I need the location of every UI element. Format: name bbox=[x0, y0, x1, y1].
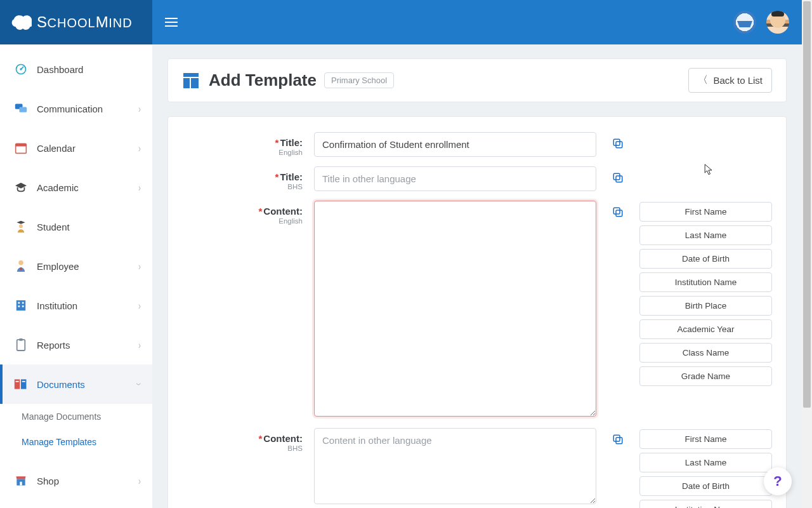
brand-logo[interactable]: SCHOOLMIND bbox=[0, 0, 152, 44]
sidebar: Dashboard Communication › Calendar › bbox=[0, 44, 152, 508]
svg-rect-5 bbox=[16, 144, 27, 146]
sidebar-item-calendar[interactable]: Calendar › bbox=[0, 128, 152, 168]
graduation-cap-icon bbox=[14, 180, 28, 194]
sidebar-item-academic[interactable]: Academic › bbox=[0, 168, 152, 207]
content-bhs-label: Content: bbox=[263, 433, 303, 444]
shop-icon bbox=[14, 474, 28, 488]
placeholder-pill[interactable]: Last Name bbox=[639, 225, 772, 245]
sidebar-item-employee[interactable]: Employee › bbox=[0, 246, 152, 286]
placeholder-pill[interactable]: Grade Name bbox=[639, 366, 772, 386]
chevron-right-icon: › bbox=[138, 102, 141, 115]
sidebar-item-label: Academic bbox=[37, 182, 79, 193]
svg-rect-22 bbox=[183, 73, 199, 77]
clipboard-icon bbox=[14, 338, 28, 352]
svg-rect-18 bbox=[16, 381, 19, 382]
content-en-sublabel: English bbox=[182, 217, 303, 226]
placeholder-pill[interactable]: Class Name bbox=[639, 343, 772, 363]
scope-tag: Primary School bbox=[324, 72, 394, 88]
sidebar-subnav-documents: Manage Documents Manage Templates bbox=[0, 404, 152, 461]
svg-rect-21 bbox=[20, 482, 22, 486]
copy-icon[interactable] bbox=[612, 433, 624, 446]
svg-rect-31 bbox=[616, 438, 622, 444]
svg-rect-25 bbox=[616, 142, 622, 148]
svg-rect-10 bbox=[18, 302, 20, 304]
chevron-right-icon: › bbox=[138, 260, 141, 272]
subnav-manage-documents[interactable]: Manage Documents bbox=[0, 404, 152, 429]
title-en-sublabel: English bbox=[182, 149, 303, 157]
svg-rect-3 bbox=[20, 107, 27, 112]
user-avatar[interactable] bbox=[766, 11, 789, 34]
sidebar-item-communication[interactable]: Communication › bbox=[0, 89, 152, 128]
placeholder-pill[interactable]: Birth Place bbox=[639, 296, 772, 316]
copy-icon[interactable] bbox=[612, 137, 624, 150]
sidebar-item-reports[interactable]: Reports › bbox=[0, 325, 152, 364]
svg-rect-23 bbox=[183, 78, 190, 88]
svg-rect-17 bbox=[21, 379, 26, 389]
svg-rect-14 bbox=[17, 340, 25, 351]
window-scrollbar[interactable] bbox=[802, 0, 812, 508]
title-bhs-label: Title: bbox=[280, 171, 303, 182]
placeholder-pill[interactable]: Date of Birth bbox=[639, 476, 772, 496]
placeholder-pill[interactable]: Last Name bbox=[639, 453, 772, 472]
copy-icon[interactable] bbox=[612, 171, 624, 184]
page-header-card: Add Template Primary School 〈 Back to Li… bbox=[167, 58, 787, 102]
placeholder-pill[interactable]: First Name bbox=[639, 429, 772, 449]
svg-rect-16 bbox=[15, 379, 20, 389]
brand-name: SCHOOLMIND bbox=[37, 13, 133, 31]
placeholder-pill[interactable]: First Name bbox=[639, 202, 772, 222]
student-icon bbox=[14, 220, 28, 234]
title-en-label: Title: bbox=[280, 137, 303, 148]
sidebar-item-label: Dashboard bbox=[37, 64, 83, 75]
content-bhs-textarea[interactable] bbox=[314, 428, 596, 504]
chevron-right-icon: › bbox=[138, 299, 141, 312]
title-bhs-input[interactable] bbox=[314, 166, 596, 191]
content-en-label: Content: bbox=[263, 206, 303, 217]
sidebar-item-label: Student bbox=[37, 222, 70, 232]
chevron-right-icon: › bbox=[138, 142, 141, 154]
school-badge-avatar[interactable] bbox=[733, 11, 756, 34]
help-button[interactable]: ? bbox=[764, 467, 792, 495]
title-en-input[interactable] bbox=[314, 132, 596, 157]
template-icon bbox=[182, 72, 200, 90]
app-header: SCHOOLMIND bbox=[0, 0, 802, 44]
chevron-right-icon: › bbox=[138, 338, 141, 351]
svg-point-6 bbox=[19, 224, 23, 228]
sidebar-item-label: Institution bbox=[37, 300, 77, 311]
svg-rect-30 bbox=[613, 208, 620, 214]
sidebar-item-dashboard[interactable]: Dashboard bbox=[0, 50, 152, 89]
main-content: Add Template Primary School 〈 Back to Li… bbox=[152, 44, 802, 508]
placeholder-pill[interactable]: Institution Name bbox=[639, 500, 772, 508]
sidebar-item-label: Employee bbox=[37, 261, 79, 272]
placeholder-list-en: First Name Last Name Date of Birth Insti… bbox=[639, 201, 772, 386]
sidebar-item-documents[interactable]: Documents › bbox=[0, 364, 152, 404]
chevron-left-icon: 〈 bbox=[698, 74, 708, 87]
svg-rect-24 bbox=[191, 78, 199, 88]
chevron-right-icon: › bbox=[138, 474, 141, 487]
chat-icon bbox=[14, 102, 28, 116]
placeholder-pill[interactable]: Institution Name bbox=[639, 272, 772, 292]
calendar-icon bbox=[14, 141, 28, 155]
svg-point-7 bbox=[18, 260, 23, 265]
svg-rect-8 bbox=[20, 267, 22, 271]
back-to-list-button[interactable]: 〈 Back to List bbox=[688, 68, 772, 93]
sidebar-item-label: Calendar bbox=[37, 143, 75, 154]
sidebar-item-label: Documents bbox=[37, 379, 85, 390]
scrollbar-thumb[interactable] bbox=[803, 1, 811, 408]
copy-icon[interactable] bbox=[612, 206, 624, 218]
svg-rect-19 bbox=[22, 381, 25, 382]
svg-rect-26 bbox=[613, 139, 620, 145]
placeholder-pill[interactable]: Date of Birth bbox=[639, 249, 772, 269]
svg-rect-11 bbox=[22, 302, 24, 304]
sidebar-item-student[interactable]: Student bbox=[0, 207, 152, 246]
svg-point-1 bbox=[20, 68, 22, 70]
employee-icon bbox=[14, 259, 28, 273]
content-en-textarea[interactable] bbox=[314, 201, 596, 417]
sidebar-item-shop[interactable]: Shop › bbox=[0, 461, 152, 500]
subnav-manage-templates[interactable]: Manage Templates bbox=[0, 429, 152, 455]
content-bhs-sublabel: BHS bbox=[182, 444, 303, 453]
placeholder-pill[interactable]: Academic Year bbox=[639, 319, 772, 339]
svg-rect-9 bbox=[16, 300, 25, 311]
svg-rect-32 bbox=[613, 435, 620, 441]
menu-toggle-button[interactable] bbox=[152, 0, 190, 44]
sidebar-item-institution[interactable]: Institution › bbox=[0, 286, 152, 325]
